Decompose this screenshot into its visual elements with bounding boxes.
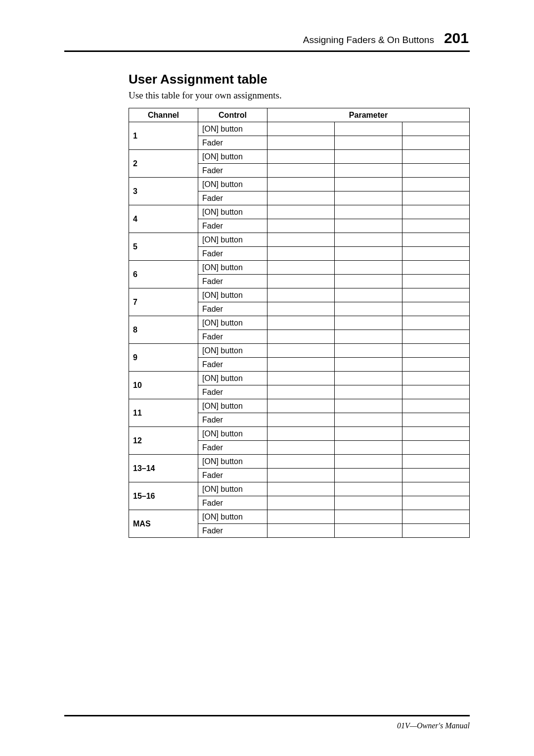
control-on-cell: [ON] button — [198, 455, 267, 469]
parameter-cell — [402, 191, 469, 205]
parameter-cell — [267, 288, 335, 302]
parameter-cell — [335, 302, 402, 316]
channel-cell: 5 — [129, 233, 198, 261]
section-title: User Assignment table — [129, 72, 470, 87]
control-fader-cell: Fader — [198, 496, 267, 510]
channel-cell: 12 — [129, 427, 198, 455]
parameter-cell — [267, 122, 335, 136]
parameter-cell — [402, 316, 469, 330]
parameter-cell — [335, 275, 402, 288]
parameter-cell — [267, 358, 335, 372]
parameter-cell — [267, 510, 335, 524]
control-on-cell: [ON] button — [198, 372, 267, 385]
parameter-cell — [267, 275, 335, 288]
control-fader-cell: Fader — [198, 191, 267, 205]
control-fader-cell: Fader — [198, 441, 267, 455]
parameter-cell — [267, 150, 335, 164]
parameter-cell — [402, 496, 469, 510]
parameter-cell — [267, 164, 335, 178]
parameter-cell — [402, 164, 469, 178]
parameter-cell — [402, 302, 469, 316]
parameter-cell — [402, 261, 469, 275]
channel-cell: 13–14 — [129, 455, 198, 482]
parameter-cell — [335, 441, 402, 455]
parameter-cell — [335, 385, 402, 399]
parameter-cell — [267, 247, 335, 261]
control-fader-cell: Fader — [198, 302, 267, 316]
parameter-cell — [402, 469, 469, 482]
parameter-cell — [267, 178, 335, 191]
header-section-title: Assigning Faders & On Buttons — [303, 35, 434, 46]
parameter-cell — [267, 372, 335, 385]
control-on-cell: [ON] button — [198, 316, 267, 330]
control-fader-cell: Fader — [198, 136, 267, 150]
col-parameter: Parameter — [267, 108, 470, 122]
parameter-cell — [267, 136, 335, 150]
parameter-cell — [335, 122, 402, 136]
col-control: Control — [198, 108, 267, 122]
parameter-cell — [335, 178, 402, 191]
control-fader-cell: Fader — [198, 219, 267, 233]
table-row: 5[ON] button — [129, 233, 470, 247]
parameter-cell — [267, 233, 335, 247]
table-row: 6[ON] button — [129, 261, 470, 275]
table-row: 13–14[ON] button — [129, 455, 470, 469]
parameter-cell — [335, 510, 402, 524]
parameter-cell — [335, 496, 402, 510]
parameter-cell — [267, 205, 335, 219]
table-row: 3[ON] button — [129, 178, 470, 191]
parameter-cell — [267, 427, 335, 441]
parameter-cell — [402, 219, 469, 233]
channel-cell: MAS — [129, 510, 198, 538]
parameter-cell — [402, 275, 469, 288]
parameter-cell — [402, 330, 469, 344]
control-on-cell: [ON] button — [198, 261, 267, 275]
channel-cell: 15–16 — [129, 482, 198, 510]
control-fader-cell: Fader — [198, 358, 267, 372]
page-header: Assigning Faders & On Buttons 201 — [64, 30, 470, 47]
parameter-cell — [402, 288, 469, 302]
channel-cell: 10 — [129, 372, 198, 399]
parameter-cell — [335, 261, 402, 275]
control-on-cell: [ON] button — [198, 510, 267, 524]
control-on-cell: [ON] button — [198, 150, 267, 164]
parameter-cell — [402, 385, 469, 399]
control-fader-cell: Fader — [198, 275, 267, 288]
control-fader-cell: Fader — [198, 413, 267, 427]
parameter-cell — [402, 441, 469, 455]
table-row: 9[ON] button — [129, 344, 470, 358]
control-on-cell: [ON] button — [198, 233, 267, 247]
control-on-cell: [ON] button — [198, 399, 267, 413]
control-on-cell: [ON] button — [198, 344, 267, 358]
channel-cell: 9 — [129, 344, 198, 372]
channel-cell: 4 — [129, 205, 198, 233]
parameter-cell — [267, 261, 335, 275]
parameter-cell — [267, 191, 335, 205]
table-row: 8[ON] button — [129, 316, 470, 330]
control-fader-cell: Fader — [198, 524, 267, 538]
parameter-cell — [402, 122, 469, 136]
control-fader-cell: Fader — [198, 469, 267, 482]
channel-cell: 2 — [129, 150, 198, 178]
parameter-cell — [335, 399, 402, 413]
table-row: 12[ON] button — [129, 427, 470, 441]
parameter-cell — [335, 427, 402, 441]
parameter-cell — [335, 524, 402, 538]
table-row: 1[ON] button — [129, 122, 470, 136]
channel-cell: 11 — [129, 399, 198, 427]
parameter-cell — [267, 441, 335, 455]
parameter-cell — [402, 150, 469, 164]
channel-cell: 3 — [129, 178, 198, 205]
table-row: 11[ON] button — [129, 399, 470, 413]
parameter-cell — [335, 316, 402, 330]
parameter-cell — [335, 482, 402, 496]
parameter-cell — [267, 496, 335, 510]
parameter-cell — [402, 205, 469, 219]
parameter-cell — [267, 413, 335, 427]
parameter-cell — [335, 164, 402, 178]
control-fader-cell: Fader — [198, 385, 267, 399]
parameter-cell — [267, 482, 335, 496]
control-on-cell: [ON] button — [198, 178, 267, 191]
control-fader-cell: Fader — [198, 164, 267, 178]
parameter-cell — [335, 344, 402, 358]
